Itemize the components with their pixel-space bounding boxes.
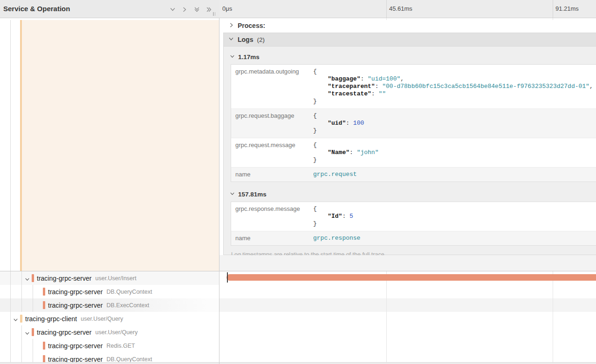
span-row[interactable]: tracing-grpc-serverRedis.GET — [0, 339, 596, 352]
chevron-down-icon[interactable] — [13, 316, 18, 324]
indent-guide[interactable] — [10, 20, 11, 271]
timeline-gridline — [553, 339, 553, 352]
timeline-header: Service & Operation 0μs45.61ms91.21ms — [0, 0, 596, 18]
span-row[interactable]: tracing-grpc-serverDB.QueryContext — [0, 285, 596, 298]
logs-title: Logs — [238, 36, 253, 43]
kv-row: namegrpc.response — [231, 231, 596, 245]
log-entry-header[interactable]: 157.81ms — [224, 188, 596, 201]
kv-key: grpc.request.message — [231, 138, 309, 167]
span-timeline-cell[interactable] — [219, 339, 596, 352]
log-timestamp: 157.81ms — [238, 191, 267, 198]
chevron-down-icon[interactable] — [169, 6, 177, 13]
timeline-gridline — [553, 285, 553, 298]
indent-guide[interactable] — [21, 285, 22, 298]
operation-name: user.User/Insert — [95, 275, 136, 282]
span-name-cell[interactable]: tracing-grpc-serveruser.User/Insert — [0, 271, 219, 285]
span-color-swatch — [32, 274, 34, 282]
kv-row: grpc.response.message{ "Id": 5} — [231, 202, 596, 231]
indent-guide[interactable] — [10, 298, 11, 312]
column-resizer-handle[interactable] — [213, 12, 215, 16]
bottom-scroll-strip — [0, 362, 596, 364]
timeline-gridline — [386, 339, 387, 352]
double-chevron-down-icon[interactable] — [193, 6, 201, 13]
kv-row: grpc.request.baggage{ "uid": 100} — [231, 108, 596, 138]
column-divider[interactable] — [219, 18, 219, 364]
indent-guide[interactable] — [10, 312, 11, 325]
indent-guide[interactable] — [21, 339, 22, 352]
timeline-gridline — [386, 312, 387, 325]
span-timeline-cell[interactable] — [219, 271, 596, 285]
chevron-down-icon[interactable] — [25, 276, 30, 284]
operation-name: DB.QueryContext — [106, 356, 152, 363]
key-values-table: grpc.metadata.outgoing{ "baggage": "uid=… — [231, 64, 596, 182]
logs-accordion-header[interactable]: Logs (2) — [224, 33, 596, 47]
kv-row: grpc.request.message{ "Name": "john"} — [231, 138, 596, 167]
operation-name: Redis.GET — [106, 343, 135, 349]
kv-value: { "baggage": "uid=100", "traceparent": "… — [309, 65, 596, 108]
chevron-down-icon — [228, 35, 234, 44]
span-color-swatch — [43, 288, 45, 296]
detail-bottom-strip — [219, 255, 596, 271]
kv-value: grpc.request — [309, 168, 596, 182]
span-row[interactable]: tracing-grpc-clientuser.User/Query — [0, 312, 596, 325]
column-title: Service & Operation — [3, 0, 70, 18]
kv-key: name — [231, 231, 309, 245]
service-name: tracing-grpc-server — [48, 288, 103, 296]
kv-row: grpc.metadata.outgoing{ "baggage": "uid=… — [231, 65, 596, 108]
double-chevron-right-icon[interactable] — [205, 6, 213, 13]
span-name-cell[interactable]: tracing-grpc-clientuser.User/Query — [0, 312, 219, 325]
chevron-right-icon[interactable] — [181, 6, 189, 13]
timeline-gridline — [386, 298, 387, 312]
indent-guide[interactable] — [10, 339, 11, 352]
kv-key: grpc.metadata.outgoing — [231, 65, 309, 108]
process-accordion-header[interactable]: Process: — [229, 21, 265, 30]
indent-guide[interactable] — [10, 285, 11, 298]
span-color-swatch — [43, 301, 45, 309]
log-entry-header[interactable]: 1.17ms — [224, 50, 596, 63]
logs-accordion: Logs (2) 1.17msgrpc.metadata.outgoing{ "… — [223, 33, 596, 255]
span-row[interactable]: tracing-grpc-serveruser.User/Insert — [0, 271, 596, 285]
timeline-collapse-controls — [169, 6, 213, 13]
span-name-cell[interactable]: tracing-grpc-serverRedis.GET — [0, 339, 219, 352]
indent-guide[interactable] — [33, 298, 33, 312]
indent-guide[interactable] — [21, 298, 22, 312]
span-row[interactable]: tracing-grpc-serveruser.User/Query — [0, 325, 596, 339]
span-name-cell[interactable]: tracing-grpc-serveruser.User/Query — [0, 325, 219, 339]
chevron-right-icon — [229, 21, 234, 30]
service-name: tracing-grpc-server — [48, 302, 103, 309]
span-timeline-cell[interactable] — [219, 325, 596, 339]
timeline-body: Process: Logs (2) 1.17msgrpc.metadata.ou… — [0, 18, 596, 364]
operation-name: user.User/Query — [95, 329, 137, 336]
indent-guide[interactable] — [21, 271, 22, 285]
ruler-tick-label: 0μs — [222, 0, 232, 18]
span-start-tick — [227, 272, 228, 283]
indent-guide[interactable] — [10, 325, 11, 339]
service-name: tracing-grpc-server — [37, 275, 91, 282]
timeline-gridline — [553, 325, 553, 339]
kv-value: { "uid": 100} — [309, 109, 596, 138]
span-timeline-cell[interactable] — [219, 298, 596, 312]
indent-guide[interactable] — [10, 271, 11, 285]
span-name-cell[interactable]: tracing-grpc-serverDB.QueryContext — [0, 285, 219, 298]
span-name-cell[interactable]: tracing-grpc-serverDB.ExecContext — [0, 298, 219, 312]
span-bar[interactable] — [226, 274, 596, 281]
service-name: tracing-grpc-client — [25, 315, 77, 323]
indent-guide[interactable] — [33, 285, 33, 298]
chevron-down-icon[interactable] — [25, 330, 30, 338]
timeline-gridline — [553, 298, 553, 312]
kv-row: namegrpc.request — [231, 167, 596, 182]
indent-guide[interactable] — [33, 339, 33, 352]
timeline-gridline — [386, 285, 387, 298]
span-row[interactable]: tracing-grpc-serverDB.ExecContext — [0, 298, 596, 312]
kv-value: { "Id": 5} — [309, 202, 596, 231]
span-timeline-cell[interactable] — [219, 312, 596, 325]
kv-value: grpc.response — [309, 231, 596, 245]
operation-name: DB.ExecContext — [106, 302, 149, 309]
log-timestamp: 1.17ms — [238, 54, 260, 61]
service-operation-column-header: Service & Operation — [0, 0, 219, 18]
ruler-tick-line — [386, 0, 387, 18]
span-timeline-cell[interactable] — [219, 285, 596, 298]
span-detail-row: Process: Logs (2) 1.17msgrpc.metadata.ou… — [0, 20, 596, 271]
service-name: tracing-grpc-server — [37, 329, 91, 336]
indent-guide[interactable] — [21, 325, 22, 339]
